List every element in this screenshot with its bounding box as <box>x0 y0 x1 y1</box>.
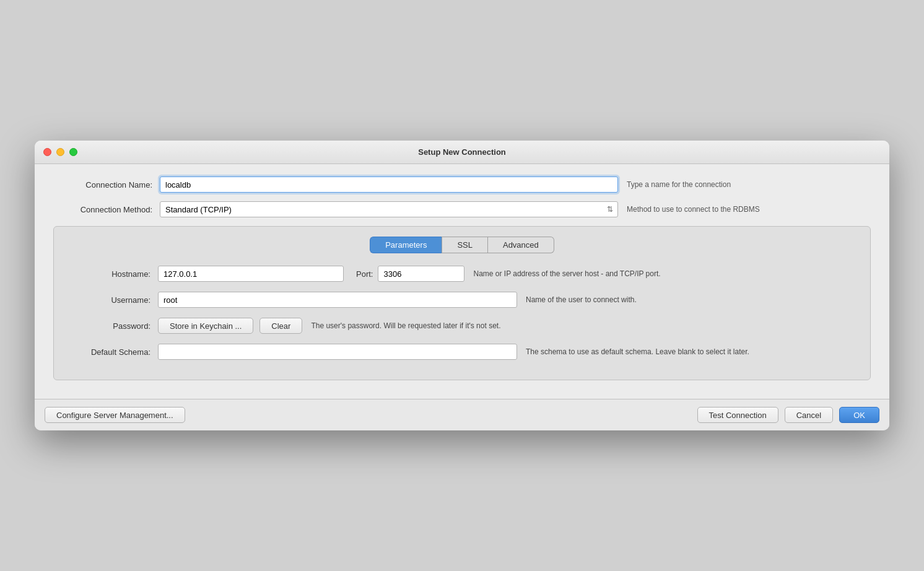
titlebar: Setup New Connection <box>35 141 889 164</box>
port-group: Port: <box>356 266 464 282</box>
password-hint: The user's password. Will be requested l… <box>311 321 500 331</box>
connection-method-row: Connection Method: Standard (TCP/IP) Loc… <box>53 201 871 217</box>
connection-method-wrapper: Standard (TCP/IP) Local Socket/Pipe Stan… <box>160 201 618 217</box>
ok-button[interactable]: OK <box>839 407 879 423</box>
main-content: Connection Name: Type a name for the con… <box>35 164 889 399</box>
tab-advanced[interactable]: Advanced <box>488 237 554 253</box>
hostname-input[interactable] <box>158 266 344 282</box>
tabs-panel: Parameters SSL Advanced Hostname: Port: … <box>53 226 871 380</box>
username-hint: Name of the user to connect with. <box>526 295 637 305</box>
parameters-section: Hostname: Port: Name or IP address of th… <box>64 266 860 360</box>
connection-method-select[interactable]: Standard (TCP/IP) Local Socket/Pipe Stan… <box>160 201 618 217</box>
default-schema-row: Default Schema: The schema to use as def… <box>70 344 854 360</box>
default-schema-hint: The schema to use as default schema. Lea… <box>526 347 749 357</box>
username-row: Username: Name of the user to connect wi… <box>70 292 854 308</box>
password-row: Password: Store in Keychain ... Clear Th… <box>70 318 854 334</box>
window-buttons <box>43 148 77 156</box>
connection-name-hint: Type a name for the connection <box>627 180 731 190</box>
cancel-button[interactable]: Cancel <box>785 407 833 423</box>
minimize-button[interactable] <box>56 148 64 156</box>
username-label: Username: <box>70 295 150 305</box>
maximize-button[interactable] <box>69 148 77 156</box>
footer: Configure Server Management... Test Conn… <box>35 399 889 430</box>
clear-password-button[interactable]: Clear <box>259 318 302 334</box>
tab-parameters[interactable]: Parameters <box>370 237 442 253</box>
username-input[interactable] <box>158 292 517 308</box>
window-title: Setup New Connection <box>418 147 506 157</box>
connection-name-label: Connection Name: <box>53 180 152 190</box>
default-schema-input[interactable] <box>158 344 517 360</box>
hostname-hint: Name or IP address of the server host - … <box>473 269 660 279</box>
hostname-label: Hostname: <box>70 269 150 279</box>
default-schema-label: Default Schema: <box>70 347 150 357</box>
tab-ssl[interactable]: SSL <box>442 237 488 253</box>
setup-connection-window: Setup New Connection Connection Name: Ty… <box>35 141 889 430</box>
hostname-row: Hostname: Port: Name or IP address of th… <box>70 266 854 282</box>
connection-name-input[interactable] <box>160 177 618 193</box>
connection-method-label: Connection Method: <box>53 205 152 214</box>
footer-right: Test Connection Cancel OK <box>697 407 880 423</box>
footer-left: Configure Server Management... <box>45 407 185 423</box>
store-in-keychain-button[interactable]: Store in Keychain ... <box>158 318 253 334</box>
test-connection-button[interactable]: Test Connection <box>697 407 778 423</box>
connection-method-hint: Method to use to connect to the RDBMS <box>627 204 760 215</box>
tabs-bar: Parameters SSL Advanced <box>64 237 860 253</box>
configure-server-button[interactable]: Configure Server Management... <box>45 407 185 423</box>
connection-name-row: Connection Name: Type a name for the con… <box>53 177 871 193</box>
port-label: Port: <box>356 269 373 279</box>
port-input[interactable] <box>378 266 464 282</box>
password-label: Password: <box>70 321 150 331</box>
close-button[interactable] <box>43 148 51 156</box>
